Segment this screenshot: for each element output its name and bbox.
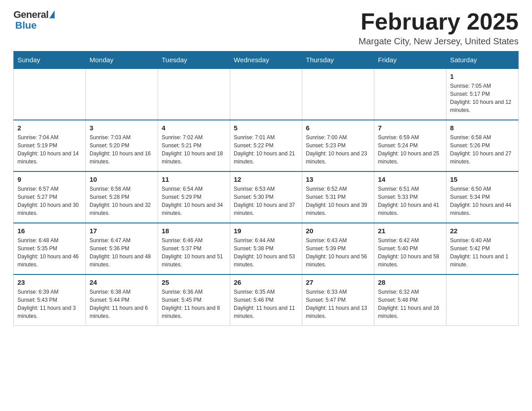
day-info: Sunrise: 6:54 AMSunset: 5:29 PMDaylight:… <box>162 185 226 217</box>
location-subtitle: Margate City, New Jersey, United States <box>359 36 519 47</box>
table-row: 15Sunrise: 6:50 AMSunset: 5:34 PMDayligh… <box>446 171 519 223</box>
day-number: 17 <box>90 227 154 235</box>
day-info: Sunrise: 6:46 AMSunset: 5:37 PMDaylight:… <box>162 236 226 269</box>
calendar-week-row: 1Sunrise: 7:05 AMSunset: 5:17 PMDaylight… <box>14 68 519 120</box>
day-info: Sunrise: 6:33 AMSunset: 5:47 PMDaylight:… <box>306 288 370 320</box>
table-row: 6Sunrise: 7:00 AMSunset: 5:23 PMDaylight… <box>302 120 374 171</box>
header-sunday: Sunday <box>14 51 86 69</box>
day-info: Sunrise: 7:01 AMSunset: 5:22 PMDaylight:… <box>234 133 298 166</box>
table-row: 21Sunrise: 6:42 AMSunset: 5:40 PMDayligh… <box>374 223 446 274</box>
day-info: Sunrise: 6:48 AMSunset: 5:35 PMDaylight:… <box>17 236 82 269</box>
day-info: Sunrise: 6:57 AMSunset: 5:27 PMDaylight:… <box>17 185 82 217</box>
table-row <box>86 68 158 120</box>
day-info: Sunrise: 7:02 AMSunset: 5:21 PMDaylight:… <box>162 133 226 166</box>
calendar-week-row: 9Sunrise: 6:57 AMSunset: 5:27 PMDaylight… <box>14 171 519 223</box>
header-thursday: Thursday <box>302 51 374 69</box>
table-row: 23Sunrise: 6:39 AMSunset: 5:43 PMDayligh… <box>14 274 86 326</box>
table-row <box>302 68 374 120</box>
day-number: 12 <box>234 176 298 183</box>
logo: General Blue <box>13 9 55 31</box>
day-info: Sunrise: 6:47 AMSunset: 5:36 PMDaylight:… <box>90 236 154 269</box>
day-info: Sunrise: 6:50 AMSunset: 5:34 PMDaylight:… <box>450 185 515 217</box>
table-row <box>230 68 302 120</box>
day-info: Sunrise: 6:39 AMSunset: 5:43 PMDaylight:… <box>17 288 82 320</box>
day-number: 4 <box>162 124 226 132</box>
day-number: 11 <box>162 176 226 183</box>
day-number: 8 <box>450 124 515 132</box>
table-row: 7Sunrise: 6:59 AMSunset: 5:24 PMDaylight… <box>374 120 446 171</box>
table-row <box>158 68 230 120</box>
table-row: 17Sunrise: 6:47 AMSunset: 5:36 PMDayligh… <box>86 223 158 274</box>
day-number: 27 <box>306 278 370 286</box>
logo-blue-text: Blue <box>13 20 37 31</box>
table-row: 20Sunrise: 6:43 AMSunset: 5:39 PMDayligh… <box>302 223 374 274</box>
table-row: 2Sunrise: 7:04 AMSunset: 5:19 PMDaylight… <box>14 120 86 171</box>
table-row: 27Sunrise: 6:33 AMSunset: 5:47 PMDayligh… <box>302 274 374 326</box>
day-number: 5 <box>234 124 298 132</box>
table-row <box>446 274 519 326</box>
logo-general-text: General <box>13 9 48 21</box>
day-number: 28 <box>378 278 442 286</box>
table-row: 12Sunrise: 6:53 AMSunset: 5:30 PMDayligh… <box>230 171 302 223</box>
table-row: 16Sunrise: 6:48 AMSunset: 5:35 PMDayligh… <box>14 223 86 274</box>
day-info: Sunrise: 6:53 AMSunset: 5:30 PMDaylight:… <box>234 185 298 217</box>
page-header: General Blue February 2025 Margate City,… <box>13 9 519 47</box>
day-info: Sunrise: 6:35 AMSunset: 5:46 PMDaylight:… <box>234 288 298 320</box>
header-monday: Monday <box>86 51 158 69</box>
day-number: 25 <box>162 278 226 286</box>
calendar-header-row: Sunday Monday Tuesday Wednesday Thursday… <box>14 51 519 69</box>
calendar-week-row: 2Sunrise: 7:04 AMSunset: 5:19 PMDaylight… <box>14 120 519 171</box>
day-info: Sunrise: 7:00 AMSunset: 5:23 PMDaylight:… <box>306 133 370 166</box>
header-wednesday: Wednesday <box>230 51 302 69</box>
table-row: 19Sunrise: 6:44 AMSunset: 5:38 PMDayligh… <box>230 223 302 274</box>
table-row: 25Sunrise: 6:36 AMSunset: 5:45 PMDayligh… <box>158 274 230 326</box>
month-title: February 2025 <box>359 9 519 34</box>
day-info: Sunrise: 6:44 AMSunset: 5:38 PMDaylight:… <box>234 236 298 269</box>
header-friday: Friday <box>374 51 446 69</box>
day-info: Sunrise: 6:56 AMSunset: 5:28 PMDaylight:… <box>90 185 154 217</box>
day-info: Sunrise: 6:52 AMSunset: 5:31 PMDaylight:… <box>306 185 370 217</box>
table-row: 8Sunrise: 6:58 AMSunset: 5:26 PMDaylight… <box>446 120 519 171</box>
day-number: 19 <box>234 227 298 235</box>
day-info: Sunrise: 6:36 AMSunset: 5:45 PMDaylight:… <box>162 288 226 320</box>
header-saturday: Saturday <box>446 51 519 69</box>
logo-triangle-icon <box>49 10 55 18</box>
day-number: 7 <box>378 124 442 132</box>
day-info: Sunrise: 6:59 AMSunset: 5:24 PMDaylight:… <box>378 133 442 166</box>
table-row: 5Sunrise: 7:01 AMSunset: 5:22 PMDaylight… <box>230 120 302 171</box>
day-number: 26 <box>234 278 298 286</box>
day-number: 6 <box>306 124 370 132</box>
table-row: 22Sunrise: 6:40 AMSunset: 5:42 PMDayligh… <box>446 223 519 274</box>
day-number: 22 <box>450 227 515 235</box>
day-number: 24 <box>90 278 154 286</box>
calendar-week-row: 23Sunrise: 6:39 AMSunset: 5:43 PMDayligh… <box>14 274 519 326</box>
day-info: Sunrise: 7:04 AMSunset: 5:19 PMDaylight:… <box>17 133 82 166</box>
table-row <box>374 68 446 120</box>
table-row: 14Sunrise: 6:51 AMSunset: 5:33 PMDayligh… <box>374 171 446 223</box>
day-number: 14 <box>378 176 442 183</box>
day-number: 10 <box>90 176 154 183</box>
table-row: 3Sunrise: 7:03 AMSunset: 5:20 PMDaylight… <box>86 120 158 171</box>
day-info: Sunrise: 7:05 AMSunset: 5:17 PMDaylight:… <box>450 82 515 114</box>
day-number: 13 <box>306 176 370 183</box>
day-number: 18 <box>162 227 226 235</box>
table-row: 24Sunrise: 6:38 AMSunset: 5:44 PMDayligh… <box>86 274 158 326</box>
table-row: 10Sunrise: 6:56 AMSunset: 5:28 PMDayligh… <box>86 171 158 223</box>
day-number: 2 <box>17 124 82 132</box>
table-row: 11Sunrise: 6:54 AMSunset: 5:29 PMDayligh… <box>158 171 230 223</box>
table-row: 1Sunrise: 7:05 AMSunset: 5:17 PMDaylight… <box>446 68 519 120</box>
day-info: Sunrise: 6:38 AMSunset: 5:44 PMDaylight:… <box>90 288 154 320</box>
table-row: 13Sunrise: 6:52 AMSunset: 5:31 PMDayligh… <box>302 171 374 223</box>
table-row: 28Sunrise: 6:32 AMSunset: 5:48 PMDayligh… <box>374 274 446 326</box>
table-row: 4Sunrise: 7:02 AMSunset: 5:21 PMDaylight… <box>158 120 230 171</box>
day-info: Sunrise: 6:40 AMSunset: 5:42 PMDaylight:… <box>450 236 515 269</box>
title-section: February 2025 Margate City, New Jersey, … <box>359 9 519 47</box>
day-info: Sunrise: 6:58 AMSunset: 5:26 PMDaylight:… <box>450 133 515 166</box>
calendar-table: Sunday Monday Tuesday Wednesday Thursday… <box>13 51 519 326</box>
header-tuesday: Tuesday <box>158 51 230 69</box>
day-info: Sunrise: 6:43 AMSunset: 5:39 PMDaylight:… <box>306 236 370 269</box>
table-row: 18Sunrise: 6:46 AMSunset: 5:37 PMDayligh… <box>158 223 230 274</box>
day-number: 1 <box>450 73 515 80</box>
day-number: 16 <box>17 227 82 235</box>
day-number: 15 <box>450 176 515 183</box>
